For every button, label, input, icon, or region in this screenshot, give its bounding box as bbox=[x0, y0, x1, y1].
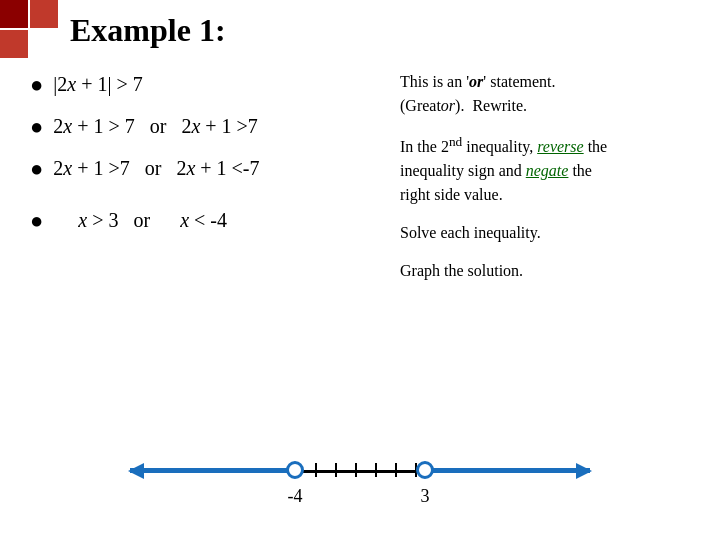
open-circle-left bbox=[286, 461, 304, 479]
tick-mark bbox=[395, 463, 397, 477]
info-block-1: This is an 'or' statement. (Greator). Re… bbox=[400, 70, 720, 118]
info-block-3: Solve each inequality. bbox=[400, 221, 720, 245]
bullet-4: ● bbox=[30, 206, 43, 237]
bullet-4-text: x > 3 or x < -4 bbox=[53, 206, 227, 234]
main-content: ● |2x + 1| > 7 ● 2x + 1 > 7 or 2x + 1 >7… bbox=[20, 70, 700, 520]
solution-left-segment bbox=[130, 468, 295, 473]
info-block-2: In the 2nd inequality, reverse the inequ… bbox=[400, 132, 720, 207]
corner-accent bbox=[0, 0, 60, 60]
number-line-label-neg4: -4 bbox=[288, 486, 303, 507]
page-title: Example 1: bbox=[70, 12, 226, 49]
solution-right-segment bbox=[425, 468, 590, 473]
number-line: -4 3 bbox=[130, 450, 590, 500]
bullet-3: ● bbox=[30, 154, 43, 185]
bullet-1: ● bbox=[30, 70, 43, 101]
right-column: This is an 'or' statement. (Greator). Re… bbox=[400, 70, 720, 297]
list-item: ● x > 3 or x < -4 bbox=[30, 206, 390, 238]
tick-mark bbox=[355, 463, 357, 477]
bullet-3-text: 2x + 1 >7 or 2x + 1 <-7 bbox=[53, 154, 259, 182]
tick-mark bbox=[335, 463, 337, 477]
list-item: ● |2x + 1| > 7 bbox=[30, 70, 390, 102]
info-block-4: Graph the solution. bbox=[400, 259, 720, 283]
list-item: ● 2x + 1 >7 or 2x + 1 <-7 bbox=[30, 154, 390, 186]
right-arrow-icon bbox=[576, 463, 592, 479]
open-circle-right bbox=[416, 461, 434, 479]
bullet-1-text: |2x + 1| > 7 bbox=[53, 70, 142, 98]
list-item: ● 2x + 1 > 7 or 2x + 1 >7 bbox=[30, 112, 390, 144]
left-column: ● |2x + 1| > 7 ● 2x + 1 > 7 or 2x + 1 >7… bbox=[30, 70, 390, 248]
number-line-label-3: 3 bbox=[421, 486, 430, 507]
bullet-2: ● bbox=[30, 112, 43, 143]
left-arrow-icon bbox=[128, 463, 144, 479]
bullet-2-text: 2x + 1 > 7 or 2x + 1 >7 bbox=[53, 112, 258, 140]
tick-mark bbox=[375, 463, 377, 477]
number-line-section: -4 3 bbox=[30, 450, 690, 500]
tick-mark bbox=[315, 463, 317, 477]
